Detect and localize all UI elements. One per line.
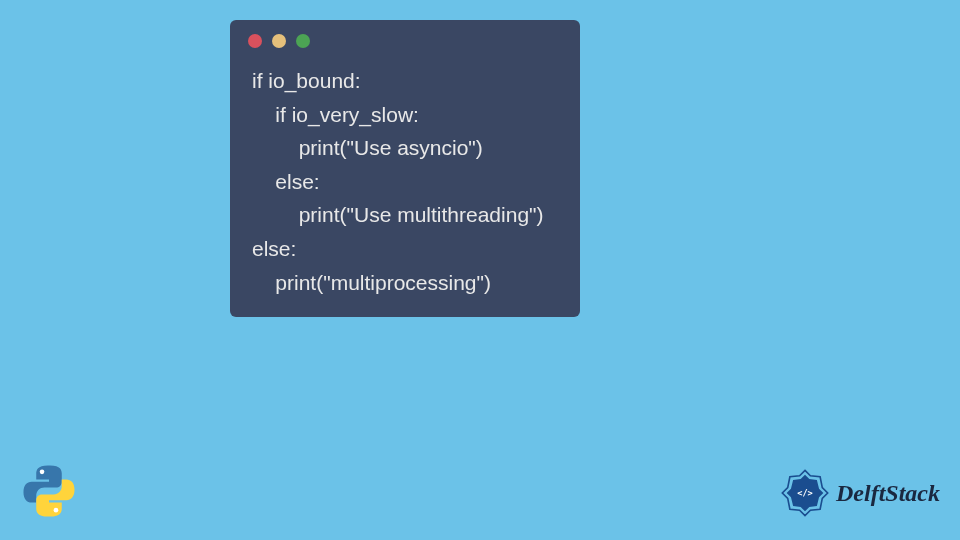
svg-point-1	[54, 508, 59, 513]
delftstack-logo: </> DelftStack	[778, 466, 940, 520]
svg-point-0	[40, 470, 45, 475]
minimize-dot-icon	[272, 34, 286, 48]
code-line: if io_bound:	[252, 69, 361, 92]
window-controls	[230, 20, 580, 58]
code-line: else:	[252, 237, 296, 260]
maximize-dot-icon	[296, 34, 310, 48]
close-dot-icon	[248, 34, 262, 48]
code-line: print("Use multithreading")	[252, 203, 544, 226]
code-line: else:	[252, 170, 320, 193]
code-line: if io_very_slow:	[252, 103, 419, 126]
code-window: if io_bound: if io_very_slow: print("Use…	[230, 20, 580, 317]
code-content: if io_bound: if io_very_slow: print("Use…	[230, 58, 580, 299]
python-logo-icon	[20, 462, 78, 520]
code-line: print("Use asyncio")	[252, 136, 483, 159]
code-line: print("multiprocessing")	[252, 271, 491, 294]
delftstack-text: DelftStack	[836, 480, 940, 507]
svg-text:</>: </>	[797, 488, 813, 498]
delftstack-badge-icon: </>	[778, 466, 832, 520]
